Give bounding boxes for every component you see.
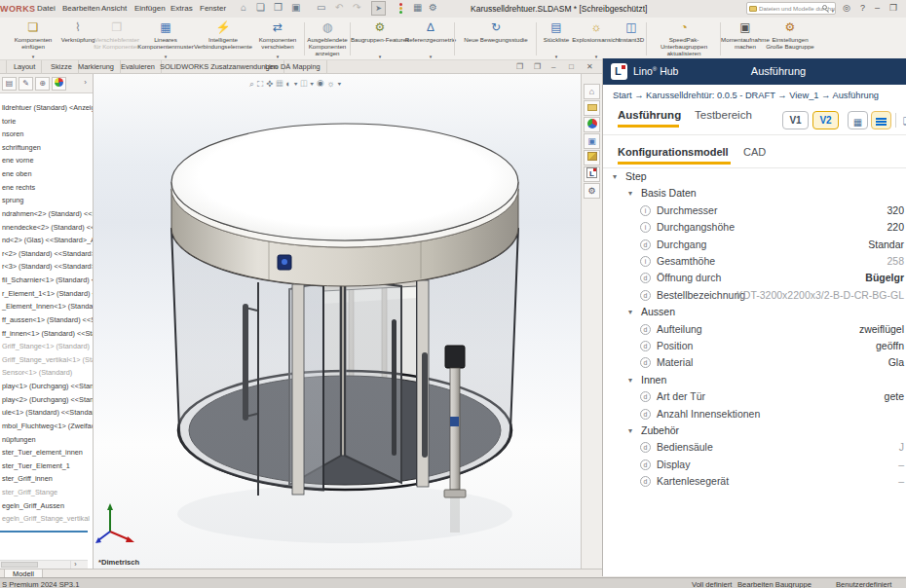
doc-restore-icon[interactable]: ❐ [516, 62, 523, 71]
tab-layout[interactable]: Layout [8, 60, 42, 74]
ribbon-button-mate[interactable]: ⌇Verknüpfung [60, 19, 95, 59]
tab-ausfuehrung[interactable]: Ausführung [618, 109, 681, 121]
tree-item[interactable]: nüpfungen [2, 435, 36, 444]
tree-item[interactable]: sprung [2, 196, 23, 204]
ribbon-button-smart-fasteners[interactable]: ⚡Intelligente Verbindungselemente [193, 19, 253, 59]
field-anzahl-innensektionen[interactable]: dAnzahl Innensektionen [603, 407, 906, 423]
field-durchgang[interactable]: dDurchgangStandar [603, 238, 906, 253]
heads-up-view-toolbar[interactable]: ⌕⛶✥▦◐▾◫▾◉☼▾ [249, 79, 344, 92]
search-input[interactable]: Dateien und Modelle durchsuchen▾ [746, 2, 836, 15]
tree-item[interactable]: play<2> (Durchgang) <<Standar [2, 395, 93, 404]
tree-item[interactable]: Sensor<1> (Standard) [2, 368, 72, 377]
redo-icon[interactable]: ↷ [353, 2, 360, 13]
home-icon[interactable]: ⌂ [241, 2, 246, 13]
tab-baugruppe-partial[interactable] [0, 60, 7, 74]
menu-bearbeiten[interactable]: Bearbeiten [62, 4, 100, 13]
save-icon[interactable]: ▣ [291, 2, 300, 13]
displaymanager-icon[interactable] [52, 77, 66, 91]
version-1-button[interactable]: V1 [782, 111, 809, 129]
configurationmanager-icon[interactable]: ⊕ [35, 77, 50, 91]
ribbon-button-insert-component[interactable]: ❏Komponenten einfügen▾ [6, 19, 60, 59]
ribbon-button-speedpak[interactable]: ◔SpeedPak-Unterbaugruppen aktualisieren [649, 19, 719, 59]
field-bediensäule[interactable]: dBediensäuleJ [603, 440, 906, 456]
tree-item[interactable]: egeln_Griff_Aussen [2, 501, 64, 510]
field-art-der-tür[interactable]: dArt der Türgete [603, 389, 906, 405]
doc-restore2-icon[interactable]: ❐ [534, 62, 541, 71]
tree-item[interactable]: lldrehtuer (Standard) <Anzeigen [2, 103, 93, 112]
minimize-icon[interactable]: – [875, 3, 880, 13]
tree-item[interactable]: nnendecke<2> (Standard) <<Sta [2, 223, 93, 232]
tree-item[interactable]: egeln_Griff_Stange_vertikal [2, 514, 90, 523]
tree-item[interactable]: ene vorne [2, 156, 33, 165]
version-2-button[interactable]: V2 [812, 111, 839, 129]
tree-item[interactable]: nsoren [2, 129, 23, 138]
subtab-konfigurationsmodell[interactable]: Konfigurationsmodell [618, 146, 729, 158]
new-document-icon[interactable]: ❏ [256, 2, 265, 13]
menu-extras[interactable]: Extras [170, 4, 193, 13]
section-zubehör[interactable]: ▾Zubehör [603, 423, 906, 439]
field-öffnung-durch[interactable]: dÖffnung durchBügelgr [603, 271, 906, 286]
tab-lino-dä-mapping[interactable]: Lino DÄ Mapping [259, 60, 327, 74]
ribbon-button-snapshot[interactable]: ▣Momentaufnahme machen [723, 19, 768, 59]
featuremanager-tree-icon[interactable]: ▤ [2, 77, 17, 91]
ribbon-button-instant3d[interactable]: ◫Instant3D [618, 19, 645, 59]
maximize-icon[interactable]: ❐ [889, 3, 897, 13]
tree-item[interactable]: ff_innen<1> (Standard) <<Stand [2, 329, 93, 338]
section-aussen[interactable]: ▾Aussen [603, 305, 906, 320]
taskpane-appearances-icon[interactable] [584, 117, 600, 132]
ribbon-button-show-hidden[interactable]: ◍Ausgeblendete Komponenten anzeigen [306, 19, 349, 59]
fm-expand-icon[interactable]: › [78, 77, 93, 91]
tree-item[interactable]: r_Element_1<1> (Standard) <<St [2, 289, 93, 298]
doc-maximize-icon[interactable]: □ [569, 62, 574, 71]
open-icon[interactable]: ❐ [274, 2, 283, 13]
grid-icon[interactable]: ▦ [413, 2, 422, 13]
section-step[interactable]: ▾Step [603, 169, 906, 185]
menu-datei[interactable]: Datei [37, 4, 56, 13]
field-bestellbezeichnung[interactable]: dBestellbezeichnungKDT-3200x2200x3/2-B-D… [603, 288, 906, 304]
rollback-bar[interactable] [0, 531, 88, 533]
print-icon[interactable]: ▭ [317, 2, 325, 13]
propertymanager-icon[interactable]: ✎ [19, 77, 33, 91]
tree-item[interactable]: play<1> (Durchgang) <<Standar [2, 382, 93, 390]
grid-view-button[interactable]: ▦ [848, 111, 868, 129]
section-basis-daten[interactable]: ▾Basis Daten [603, 186, 906, 202]
field-durchgangshöhe[interactable]: iDurchgangshöhe220 [603, 220, 906, 236]
section-innen[interactable]: ▾Innen [603, 373, 906, 388]
tree-item[interactable]: ster_Tuer_Element_1 [2, 461, 70, 470]
fm-scroll-right-icon[interactable]: › [70, 561, 80, 569]
tree-item[interactable]: ene rechts [2, 183, 35, 192]
list-view-button[interactable] [871, 111, 891, 129]
ribbon-button-motion-study[interactable]: ↻Neue Bewegungsstudie [458, 19, 534, 59]
ribbon-button-linear-pattern[interactable]: ▦Lineares Komponentenmuster▾ [138, 19, 193, 59]
fm-horizontal-scrollbar[interactable]: › [0, 560, 88, 569]
field-kartenlesegerät[interactable]: dKartenlesegerät– [603, 474, 906, 490]
field-aufteilung[interactable]: dAufteilungzweiflügel [603, 322, 906, 338]
taskpane-lino-icon[interactable]: L [584, 166, 600, 182]
tree-item[interactable]: ff_aussen<1> (Standard) <<Stan [2, 315, 93, 324]
subtab-cad[interactable]: CAD [743, 146, 766, 158]
undo-icon[interactable]: ↶ [335, 2, 343, 13]
taskpane-settings-icon[interactable]: ⚙ [584, 183, 600, 199]
tree-item[interactable]: schriftungen [2, 143, 41, 152]
tree-item[interactable]: ster_Tuer_element_innen [2, 448, 83, 457]
ribbon-button-exploded-view[interactable]: ☼Explosionsansicht▾ [575, 19, 618, 59]
field-position[interactable]: dPositiongeöffn [603, 339, 906, 354]
login-icon[interactable]: ◎ [843, 3, 850, 13]
breadcrumb[interactable]: Start → Karusselldrehtür: 0.0.5 - DRAFT … [613, 91, 879, 100]
menu-fenster[interactable]: Fenster [200, 4, 226, 13]
tree-item[interactable]: _Element_Innen<1> (Standard) [2, 302, 93, 311]
taskpane-view-palette-icon[interactable]: ▣ [584, 133, 600, 149]
tree-item[interactable]: fil_Scharnier<1> (Standard) <<St [2, 276, 93, 284]
tree-item[interactable]: Griff_Stange<1> (Standard) [2, 342, 90, 350]
taskpane-custom-properties-icon[interactable] [584, 150, 600, 165]
taskpane-design-library-icon[interactable] [584, 100, 600, 116]
tree-item[interactable]: r<2> (Standard) <<Standard>_A [2, 249, 93, 258]
ribbon-button-bom[interactable]: ▤Stückliste▾ [540, 19, 573, 59]
tree-item[interactable]: Griff_Stange_vertikal<1> (Standa [2, 355, 93, 364]
ribbon-button-assembly-features[interactable]: ⚙Baugruppen-Features▾ [353, 19, 407, 59]
new-document-button[interactable]: ❏* [898, 111, 906, 129]
help-icon[interactable]: ? [860, 3, 865, 13]
menu-ansicht[interactable]: Ansicht [101, 4, 127, 13]
graphics-viewport[interactable]: ⌕⛶✥▦◐▾◫▾◉☼▾ [94, 74, 581, 569]
tab-testbereich[interactable]: Testbereich [695, 109, 752, 121]
